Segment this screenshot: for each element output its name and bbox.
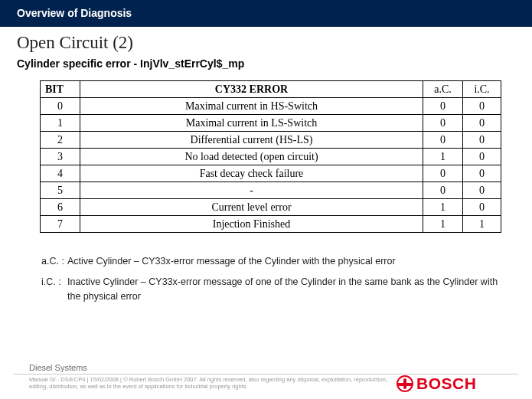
legend: a.C. : Active Cylinder – CY33x-error mes… [41,254,500,303]
table-row: 0Maximal current in HS-Switch00 [41,98,501,115]
table-row: 2Differential current (HS-LS)00 [41,132,501,149]
table-row: 1Maximal current in LS-Switch00 [41,115,501,132]
bosch-logo-text: BOSCH [416,374,476,393]
cell-bit: 3 [41,149,80,165]
bosch-logo-icon [397,375,413,392]
cell-err: Injection Finished [80,216,423,233]
cell-ic: 0 [463,149,501,165]
cell-ac: 1 [423,199,463,216]
slide-subtitle: Cylinder specific error - InjVlv_stErrCy… [17,57,515,70]
table-row: 4Fast decay check failure00 [41,165,501,182]
cell-err: Current level error [80,199,423,216]
table-row: 6Current level error10 [41,199,501,216]
disclaimer: Manual G/ - DS/ECP4 | 15/02/2008 | © Rob… [29,376,397,391]
cell-ic: 0 [463,199,501,216]
bosch-logo: BOSCH [397,374,476,393]
cell-bit: 0 [41,98,80,115]
cell-err: Maximal current in LS-Switch [80,115,423,132]
cell-err: Fast decay check failure [80,165,423,182]
legend-ac: a.C. : Active Cylinder – CY33x-error mes… [41,254,500,269]
cell-bit: 4 [41,165,80,182]
legend-ac-text: Active Cylinder – CY33x-error message of… [67,254,396,269]
cell-err: Maximal current in HS-Switch [80,98,423,115]
cell-err: - [80,182,423,199]
col-ic: i.C. [463,81,501,98]
cell-ic: 0 [463,132,501,149]
cell-ac: 0 [423,132,463,149]
slide-header: Overview of Diagnosis [0,0,532,27]
cell-bit: 5 [41,182,80,199]
legend-ac-label: a.C. : [41,254,67,269]
table-row: 7Injection Finished11 [41,216,501,233]
col-bit: BIT [41,81,80,98]
error-table: BIT CY332 ERROR a.C. i.C. 0Maximal curre… [40,80,501,233]
cell-ic: 0 [463,98,501,115]
cell-ic: 0 [463,182,501,199]
cell-ic: 0 [463,165,501,182]
table-row: 3No load detected (open circuit)10 [41,149,501,165]
cell-err: No load detected (open circuit) [80,149,423,165]
legend-ic: i.C. : Inactive Cylinder – CY33x-error m… [41,275,500,304]
cell-bit: 2 [41,132,80,149]
table-body: 0Maximal current in HS-Switch001Maximal … [41,98,501,233]
col-error: CY332 ERROR [80,81,423,98]
cell-err: Differential current (HS-LS) [80,132,423,149]
cell-ac: 1 [423,149,463,165]
cell-ic: 0 [463,115,501,132]
col-ac: a.C. [423,81,463,98]
cell-ac: 0 [423,165,463,182]
footer-label: Diesel Systems [29,363,532,372]
footer: Diesel Systems Manual G/ - DS/ECP4 | 15/… [0,363,532,399]
legend-ic-text: Inactive Cylinder – CY33x-error message … [67,275,500,304]
table-row: 5-00 [41,182,501,199]
slide-title: Open Circuit (2) [17,33,515,53]
cell-bit: 6 [41,199,80,216]
cell-bit: 7 [41,216,80,233]
cell-ac: 1 [423,216,463,233]
cell-ic: 1 [463,216,501,233]
cell-ac: 0 [423,115,463,132]
cell-bit: 1 [41,115,80,132]
cell-ac: 0 [423,182,463,199]
cell-ac: 0 [423,98,463,115]
error-table-wrap: BIT CY332 ERROR a.C. i.C. 0Maximal curre… [40,80,501,233]
legend-ic-label: i.C. : [41,275,67,304]
